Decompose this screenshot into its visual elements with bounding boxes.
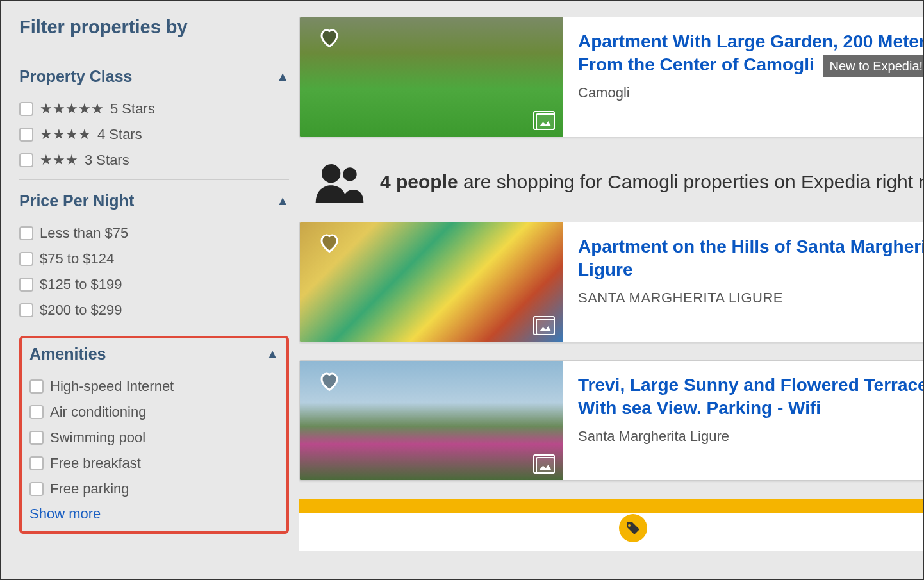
price-option[interactable]: $125 to $199 — [19, 272, 289, 297]
listing-body: Trevi, Large Sunny and Flowered Terrace … — [563, 361, 924, 480]
amenity-option[interactable]: Free parking — [29, 476, 279, 502]
show-more-link[interactable]: Show more — [29, 506, 279, 522]
option-label: Swimming pool — [50, 429, 145, 446]
amenity-option[interactable]: Free breakfast — [29, 451, 279, 476]
promo-body — [299, 513, 924, 551]
listing-body: Apartment With Large Garden, 200 Meters … — [563, 17, 924, 137]
shopping-text: 4 people are shopping for Camogli proper… — [380, 171, 924, 193]
svg-point-1 — [343, 167, 356, 181]
shopping-banner: 4 people are shopping for Camogli proper… — [299, 155, 924, 222]
option-label: 4 Stars — [97, 126, 142, 143]
checkbox[interactable] — [19, 303, 33, 317]
gallery-icon[interactable] — [536, 319, 555, 335]
amenities-title: Amenities — [29, 345, 106, 363]
amenity-option[interactable]: Air conditioning — [29, 399, 279, 425]
amenities-header[interactable]: Amenities ▲ — [29, 345, 279, 363]
amenity-option[interactable]: Swimming pool — [29, 425, 279, 451]
listing-body: Apartment on the Hills of Santa Margheri… — [563, 222, 924, 342]
checkbox[interactable] — [19, 128, 33, 142]
price-option[interactable]: Less than $75 — [19, 220, 289, 246]
price-option[interactable]: $200 to $299 — [19, 297, 289, 323]
gallery-icon[interactable] — [536, 113, 555, 130]
option-label: $75 to $124 — [40, 251, 114, 267]
listing-image[interactable] — [300, 222, 563, 342]
checkbox[interactable] — [29, 482, 44, 496]
listing-location: Santa Margherita Ligure — [578, 428, 924, 445]
promo-strip — [299, 499, 924, 513]
listing-title[interactable]: Trevi, Large Sunny and Flowered Terrace … — [578, 374, 924, 420]
checkbox[interactable] — [29, 431, 44, 445]
property-class-option[interactable]: ★★★★ 4 Stars — [19, 122, 289, 147]
price-tag-icon[interactable] — [619, 514, 647, 542]
listing-card[interactable]: Apartment With Large Garden, 200 Meters … — [299, 17, 924, 137]
checkbox[interactable] — [29, 379, 44, 394]
filter-sidebar: Filter properties by Property Class ▲ ★★… — [1, 1, 299, 579]
property-class-group: Property Class ▲ ★★★★★ 5 Stars ★★★★ 4 St… — [19, 56, 289, 179]
property-class-title: Property Class — [19, 67, 132, 86]
chevron-up-icon: ▲ — [276, 194, 289, 208]
favorite-heart-icon[interactable] — [318, 231, 341, 257]
new-badge: New to Expedia! — [823, 55, 924, 77]
property-class-option[interactable]: ★★★★★ 5 Stars — [19, 96, 289, 122]
property-class-options: ★★★★★ 5 Stars ★★★★ 4 Stars ★★★ 3 Stars — [19, 96, 289, 173]
people-icon — [312, 162, 367, 203]
option-label: Less than $75 — [40, 225, 128, 242]
checkbox[interactable] — [29, 405, 44, 419]
checkbox[interactable] — [19, 102, 33, 116]
checkbox[interactable] — [19, 278, 33, 292]
results-main: Apartment With Large Garden, 200 Meters … — [299, 1, 924, 579]
option-label: Free parking — [50, 481, 129, 497]
star-icon: ★★★★★ — [40, 102, 104, 116]
listing-image[interactable] — [300, 361, 563, 480]
listing-card[interactable]: Apartment on the Hills of Santa Margheri… — [299, 222, 924, 342]
listing-location: Camogli — [578, 85, 924, 101]
listing-image[interactable] — [300, 17, 563, 137]
chevron-up-icon: ▲ — [266, 347, 279, 361]
checkbox[interactable] — [19, 226, 33, 240]
option-label: Air conditioning — [50, 404, 146, 420]
star-icon: ★★★ — [40, 153, 78, 167]
star-icon: ★★★★ — [40, 128, 91, 142]
amenity-option[interactable]: High-speed Internet — [29, 374, 279, 399]
property-class-option[interactable]: ★★★ 3 Stars — [19, 147, 289, 173]
option-label: $200 to $299 — [40, 302, 122, 319]
gallery-icon[interactable] — [536, 457, 555, 474]
price-header[interactable]: Price Per Night ▲ — [19, 192, 289, 210]
amenities-group: Amenities ▲ High-speed Internet Air cond… — [19, 336, 289, 534]
chevron-up-icon: ▲ — [276, 69, 289, 84]
price-group: Price Per Night ▲ Less than $75 $75 to $… — [19, 179, 289, 329]
option-label: $125 to $199 — [40, 276, 122, 293]
option-label: 3 Stars — [85, 152, 129, 169]
price-title: Price Per Night — [19, 192, 134, 210]
price-options: Less than $75 $75 to $124 $125 to $199 $… — [19, 220, 289, 323]
checkbox[interactable] — [29, 456, 44, 470]
checkbox[interactable] — [19, 252, 33, 266]
price-option[interactable]: $75 to $124 — [19, 246, 289, 272]
filter-heading: Filter properties by — [19, 17, 289, 38]
listing-title[interactable]: Apartment on the Hills of Santa Margheri… — [578, 235, 924, 282]
property-class-header[interactable]: Property Class ▲ — [19, 67, 289, 86]
listing-title[interactable]: Apartment With Large Garden, 200 Meters … — [578, 30, 924, 77]
favorite-heart-icon[interactable] — [318, 370, 341, 395]
option-label: Free breakfast — [50, 455, 141, 472]
option-label: High-speed Internet — [50, 378, 174, 395]
option-label: 5 Stars — [110, 101, 155, 117]
amenities-options: High-speed Internet Air conditioning Swi… — [29, 374, 279, 502]
listing-card[interactable]: Trevi, Large Sunny and Flowered Terrace … — [299, 360, 924, 481]
listing-location: SANTA MARGHERITA LIGURE — [578, 290, 924, 306]
favorite-heart-icon[interactable] — [318, 26, 341, 52]
checkbox[interactable] — [19, 153, 33, 167]
svg-point-0 — [322, 164, 340, 183]
